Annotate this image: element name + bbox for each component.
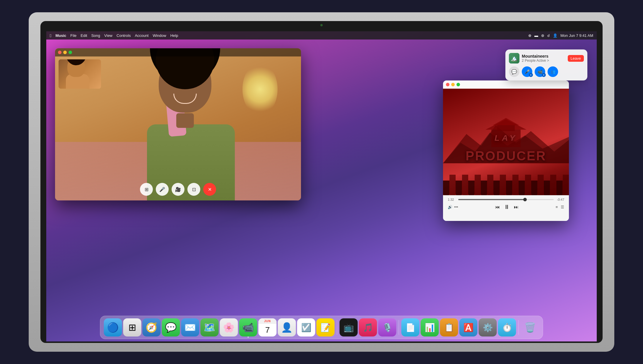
volume-icon[interactable]: 🔊: [448, 205, 452, 209]
dock-item-safari[interactable]: 🧭: [143, 318, 161, 336]
camera-dot: [320, 24, 323, 26]
piano-key-5: [468, 181, 475, 195]
facetime-mic-btn[interactable]: 🎤: [156, 183, 169, 196]
mic-action-icon: 🎤: [525, 69, 530, 74]
control-center-icon[interactable]: ⊕: [528, 33, 531, 38]
music-album-art: LAY PRODUCER: [443, 89, 569, 195]
menubar:  Music File Edit Song View Controls Acc…: [46, 31, 597, 40]
photos-icon: 🌸: [223, 322, 235, 333]
notes-icon: 📝: [320, 323, 331, 332]
music-controls-area: 1:32 -0:47 🔊 ••• ⏮: [443, 195, 569, 221]
dock-item-reminders[interactable]: ☑️: [297, 318, 315, 336]
dock: 🔵 ⊞ 🧭 💬 ✉️ �: [100, 316, 543, 339]
leave-button[interactable]: Leave: [568, 55, 584, 62]
apple-menu[interactable]: : [50, 33, 51, 38]
dock-item-launchpad[interactable]: ⊞: [123, 318, 141, 336]
facetime-maximize-btn[interactable]: [69, 51, 72, 54]
queue-btn[interactable]: ☰: [561, 205, 564, 209]
dock-item-facetime[interactable]: 📹: [239, 318, 257, 336]
search-icon[interactable]: ☌: [547, 33, 550, 38]
dock-item-screentime[interactable]: ⏱️: [498, 318, 516, 336]
dock-item-notes[interactable]: 📝: [317, 318, 335, 336]
facetime-gallery-btn[interactable]: ⊞: [140, 183, 153, 196]
facetime-close-btn[interactable]: [58, 51, 61, 54]
dock-item-music[interactable]: 🎵: [359, 318, 377, 336]
dock-item-textedit[interactable]: 📄: [401, 318, 420, 336]
dock-item-contacts[interactable]: 👤: [278, 318, 296, 336]
more-icon[interactable]: •••: [454, 205, 458, 209]
dock-item-pages[interactable]: 📋: [440, 318, 458, 336]
facetime-minimize-btn[interactable]: [63, 51, 67, 54]
facetime-camera-btn[interactable]: 🎥: [172, 183, 184, 196]
dock-item-maps[interactable]: 🗺️: [201, 318, 219, 336]
dock-item-appstore[interactable]: 🅰️: [459, 318, 478, 336]
piano-key-14: [525, 175, 531, 195]
music-maximize-btn[interactable]: [456, 83, 460, 86]
mic-action-btn[interactable]: 🎤 ▾: [522, 66, 532, 77]
menubar-right: ⊕ ▬ ⊛ ☌ 👤 Mon Jun 7 9:41 AM: [528, 33, 593, 38]
person-body-area: [141, 72, 241, 200]
contacts-icon: 👤: [281, 322, 293, 333]
numbers-icon: 📊: [425, 323, 435, 332]
screen-bezel:  Music File Edit Song View Controls Acc…: [40, 21, 603, 343]
menubar-view[interactable]: View: [104, 33, 112, 38]
menubar-datetime: Mon Jun 7 9:41 AM: [560, 33, 593, 38]
finder-icon: 🔵: [107, 322, 119, 333]
rewind-btn[interactable]: ⏮: [495, 205, 500, 210]
mic-icon: 🎤: [159, 187, 165, 192]
lyrics-btn[interactable]: ≡: [555, 205, 558, 209]
piano-keys: [443, 172, 569, 195]
dock-item-photos[interactable]: 🌸: [220, 318, 238, 336]
facetime-end-btn[interactable]: ✕: [203, 183, 216, 196]
progress-thumb: [523, 198, 527, 201]
facetime-shareplay-btn[interactable]: ⊡: [187, 183, 200, 196]
mail-icon: ✉️: [184, 322, 196, 333]
pause-btn[interactable]: ⏸: [504, 204, 510, 210]
menubar-window[interactable]: Window: [153, 33, 166, 38]
wifi-icon[interactable]: ⊛: [541, 33, 544, 38]
menubar-controls[interactable]: Controls: [117, 33, 131, 38]
music-close-btn[interactable]: [446, 83, 449, 86]
notif-group-name: Mountaineers: [522, 54, 565, 59]
progress-track[interactable]: [458, 199, 554, 200]
facetime-thumbnail: [59, 59, 101, 89]
user-icon[interactable]: 👤: [553, 33, 558, 38]
menubar-app-name[interactable]: Music: [55, 33, 66, 38]
dock-item-messages[interactable]: 💬: [162, 318, 180, 336]
screentime-icon: ⏱️: [502, 323, 512, 332]
menubar-file[interactable]: File: [70, 33, 76, 38]
video-action-btn[interactable]: 📹 ▾: [535, 66, 545, 77]
piano-key-8: [487, 175, 494, 195]
facetime-window: ⊞ 🎤 🎥 ⊡ ✕: [55, 48, 301, 200]
dock-item-settings[interactable]: ⚙️: [479, 318, 497, 336]
menubar-help[interactable]: Help: [170, 33, 178, 38]
shareplay-notification: 🏔️ Mountaineers 2 People Active > Leave …: [505, 49, 587, 80]
dock-item-finder[interactable]: 🔵: [104, 318, 122, 336]
share-action-icon: 👥: [550, 69, 555, 74]
menubar-edit[interactable]: Edit: [81, 33, 87, 38]
menubar-song[interactable]: Song: [91, 33, 100, 38]
forward-btn[interactable]: ⏭: [514, 205, 519, 210]
piano-key-6: [475, 175, 481, 195]
piano-key-19: [556, 181, 563, 195]
dock-item-trash[interactable]: 🗑️: [521, 318, 539, 336]
dock-item-calendar[interactable]: JUN 7: [259, 318, 277, 336]
dock-item-numbers[interactable]: 📊: [421, 318, 439, 336]
piano-key-2: [449, 175, 456, 195]
music-minimize-btn[interactable]: [451, 83, 455, 86]
share-action-btn[interactable]: 👥: [548, 66, 558, 77]
time-remaining: -0:47: [556, 198, 564, 201]
music-playback: ⏮ ⏸ ⏭: [495, 204, 519, 210]
camera-icon: 🎥: [175, 187, 181, 192]
menubar-account[interactable]: Account: [135, 33, 148, 38]
piano-key-20: [563, 175, 569, 195]
settings-icon: ⚙️: [483, 323, 493, 332]
dock-item-appletv[interactable]: 📺: [340, 318, 358, 336]
chat-action-btn[interactable]: 💬: [509, 66, 519, 77]
dock-item-mail[interactable]: ✉️: [181, 318, 199, 336]
notif-actions: 💬 🎤 ▾ 📹 ▾ 👥: [509, 66, 584, 77]
notif-subtitle: 2 People Active >: [522, 59, 565, 63]
maps-icon: 🗺️: [204, 322, 216, 333]
dock-item-podcasts[interactable]: 🎙️: [378, 318, 396, 336]
thumb-person: [64, 61, 94, 89]
